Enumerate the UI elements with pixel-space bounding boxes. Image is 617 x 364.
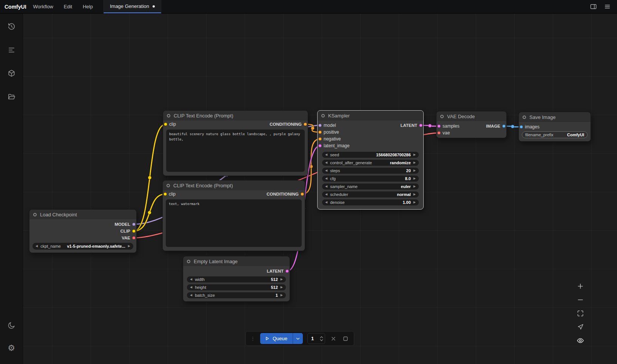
increment-arrow-icon[interactable]: ▶ <box>281 278 283 281</box>
node-clip-text-encode-negative[interactable]: CLIP Text Encode (Prompt) clip CONDITION… <box>162 180 305 251</box>
output-port-conditioning[interactable] <box>304 123 307 126</box>
decrement-arrow-icon[interactable]: ◀ <box>325 153 327 156</box>
decrement-arrow-icon[interactable]: ◀ <box>325 201 327 204</box>
fit-view-icon[interactable] <box>574 307 586 319</box>
tab-image-generation[interactable]: Image Generation <box>103 0 161 13</box>
widget-sampler-name[interactable]: ◀ sampler_name euler ▶ <box>322 184 419 190</box>
input-port-model[interactable] <box>318 124 322 127</box>
stepper-up-icon[interactable] <box>320 336 323 338</box>
toggle-panel-icon[interactable] <box>590 3 597 10</box>
menu-edit[interactable]: Edit <box>64 4 72 9</box>
widget-ckpt-name[interactable]: ◀ ckpt_name v1-5-pruned-emaonly.safete..… <box>32 243 133 250</box>
widget-scheduler[interactable]: ◀ scheduler normal ▶ <box>322 191 419 197</box>
widget-control-after-generate[interactable]: ◀ control_after_generate randomize ▶ <box>322 160 419 166</box>
input-port-clip[interactable] <box>164 123 167 126</box>
node-header[interactable]: VAE Decode <box>437 111 506 121</box>
increment-arrow-icon[interactable]: ▶ <box>413 153 416 156</box>
input-port-vae[interactable] <box>437 131 441 135</box>
increment-arrow-icon[interactable]: ▶ <box>413 201 416 204</box>
input-port-positive[interactable] <box>318 131 322 134</box>
node-header[interactable]: KSampler <box>318 111 423 120</box>
output-port-latent[interactable] <box>285 270 289 273</box>
node-header[interactable]: CLIP Text Encode (Prompt) <box>163 111 308 120</box>
workflows-folder-icon[interactable] <box>4 89 19 104</box>
next-arrow-icon[interactable]: ▶ <box>413 193 416 196</box>
decrement-arrow-icon[interactable]: ◀ <box>325 177 327 180</box>
menu-help[interactable]: Help <box>83 4 93 9</box>
node-ksampler[interactable]: KSampler model LATENT positive negative … <box>317 110 424 210</box>
menu-workflow[interactable]: Workflow <box>33 4 53 9</box>
collapse-toggle[interactable] <box>187 260 190 263</box>
toggle-link-visibility-eye-icon[interactable] <box>574 335 586 346</box>
collapse-toggle[interactable] <box>167 184 170 187</box>
decrement-arrow-icon[interactable]: ◀ <box>325 169 327 172</box>
zoom-in-icon[interactable] <box>574 280 586 292</box>
increment-arrow-icon[interactable]: ▶ <box>413 177 416 180</box>
input-port-images[interactable] <box>520 125 523 129</box>
collapse-toggle[interactable] <box>33 213 37 216</box>
node-load-checkpoint[interactable]: Load Checkpoint MODEL CLIP VAE ◀ ckpt_na… <box>29 209 137 253</box>
input-port-clip[interactable] <box>164 193 167 196</box>
prev-arrow-icon[interactable]: ◀ <box>35 245 38 248</box>
widget-denoise[interactable]: ◀ denoise 1.00 ▶ <box>322 199 419 205</box>
prev-arrow-icon[interactable]: ◀ <box>325 161 327 164</box>
queue-button[interactable]: Queue <box>260 333 293 344</box>
widget-steps[interactable]: ◀ steps 20 ▶ <box>322 168 419 174</box>
node-header[interactable]: Save Image <box>519 112 591 122</box>
next-arrow-icon[interactable]: ▶ <box>413 161 416 164</box>
history-icon[interactable] <box>4 19 19 34</box>
widget-cfg[interactable]: ◀ cfg 8.0 ▶ <box>322 176 419 182</box>
collapse-toggle[interactable] <box>167 114 170 117</box>
widget-width[interactable]: ◀ width 512 ▶ <box>187 276 286 282</box>
batch-count-input[interactable]: 1 <box>307 333 325 344</box>
node-save-image[interactable]: Save Image images filename_prefix ComfyU… <box>518 112 591 142</box>
increment-arrow-icon[interactable]: ▶ <box>413 169 416 172</box>
node-vae-decode[interactable]: VAE Decode samples IMAGE vae <box>436 111 507 138</box>
widget-batch-size[interactable]: ◀ batch_size 1 ▶ <box>187 292 286 298</box>
collapse-toggle[interactable] <box>523 116 526 119</box>
widget-filename-prefix[interactable]: filename_prefix ComfyUI <box>522 131 588 138</box>
node-header[interactable]: CLIP Text Encode (Prompt) <box>163 180 305 190</box>
drag-handle-icon[interactable]: ⋮ <box>250 336 256 341</box>
output-port-vae[interactable] <box>132 236 136 240</box>
prev-arrow-icon[interactable]: ◀ <box>325 193 327 196</box>
widget-height[interactable]: ◀ height 512 ▶ <box>187 284 286 290</box>
prev-arrow-icon[interactable]: ◀ <box>325 185 327 188</box>
node-clip-text-encode-positive[interactable]: CLIP Text Encode (Prompt) clip CONDITION… <box>163 110 308 176</box>
decrement-arrow-icon[interactable]: ◀ <box>190 294 192 297</box>
output-port-clip[interactable] <box>132 230 136 233</box>
zoom-out-icon[interactable] <box>574 294 586 305</box>
prompt-textarea[interactable]: beautiful scenery nature glass bottle la… <box>166 130 305 172</box>
app-logo[interactable]: ComfyUI <box>0 0 33 13</box>
input-port-samples[interactable] <box>437 125 441 128</box>
node-empty-latent-image[interactable]: Empty Latent Image LATENT ◀ width 512 ▶ … <box>183 256 290 302</box>
next-arrow-icon[interactable]: ▶ <box>128 245 130 248</box>
clear-queue-button[interactable] <box>330 335 337 342</box>
decrement-arrow-icon[interactable]: ◀ <box>190 286 192 289</box>
queue-options-button[interactable] <box>293 333 303 344</box>
output-port-model[interactable] <box>132 223 136 226</box>
prompt-textarea[interactable]: text, watermark <box>166 199 302 247</box>
hamburger-menu-icon[interactable] <box>604 3 611 10</box>
pan-cursor-icon[interactable] <box>574 321 586 333</box>
decrement-arrow-icon[interactable]: ◀ <box>190 278 192 281</box>
queue-list-icon[interactable] <box>4 42 19 57</box>
input-port-latent-image[interactable] <box>318 144 322 148</box>
widget-seed[interactable]: ◀ seed 156680208700286 ▶ <box>322 152 419 158</box>
model-library-icon[interactable] <box>4 66 19 81</box>
output-port-image[interactable] <box>502 125 506 128</box>
node-header[interactable]: Empty Latent Image <box>183 256 290 266</box>
input-port-negative[interactable] <box>318 137 322 141</box>
stepper-down-icon[interactable] <box>320 339 323 341</box>
settings-gear-icon[interactable]: ⚙ <box>4 341 19 356</box>
increment-arrow-icon[interactable]: ▶ <box>281 294 283 297</box>
node-header[interactable]: Load Checkpoint <box>29 210 136 219</box>
theme-toggle-moon-icon[interactable] <box>4 318 19 333</box>
increment-arrow-icon[interactable]: ▶ <box>281 286 283 289</box>
output-port-conditioning[interactable] <box>301 193 304 196</box>
next-arrow-icon[interactable]: ▶ <box>413 185 416 188</box>
stop-button[interactable] <box>342 335 349 342</box>
output-port-latent[interactable] <box>419 124 423 127</box>
collapse-toggle[interactable] <box>321 114 325 117</box>
collapse-toggle[interactable] <box>440 115 444 118</box>
